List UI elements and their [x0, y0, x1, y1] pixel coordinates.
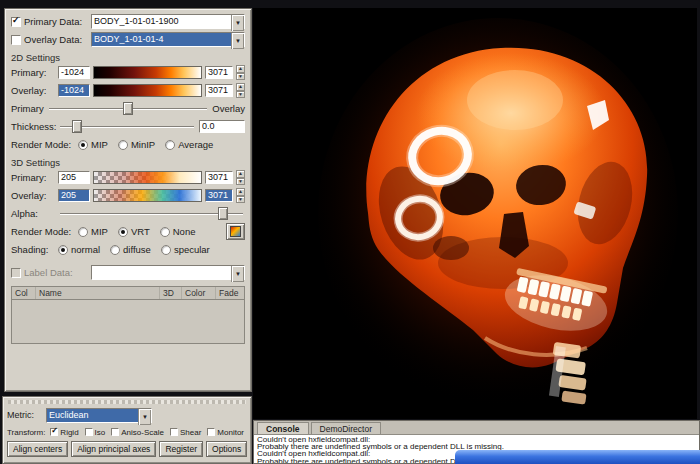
register-button[interactable]: Register — [159, 441, 203, 457]
metric-combobox[interactable]: Euclidean ▼ — [46, 408, 152, 423]
3d-render-mode-mip[interactable]: MIP — [78, 226, 108, 237]
thickness-value-field[interactable]: 0.0 — [199, 120, 245, 133]
shear-checkbox[interactable] — [170, 428, 178, 436]
spin-down-icon[interactable]: ▼ — [236, 178, 245, 186]
aniso-scale-checkbox[interactable] — [111, 428, 119, 436]
2d-render-mode-label: Render Mode: — [11, 139, 75, 150]
section-2d-settings: 2D Settings — [11, 52, 245, 63]
radio-icon — [165, 140, 175, 150]
dropdown-arrow-icon[interactable]: ▼ — [231, 33, 244, 49]
2d-render-mode-average[interactable]: Average — [165, 139, 213, 150]
radio-icon — [160, 227, 170, 237]
2d-primary-max-field[interactable]: 3071 — [205, 66, 233, 79]
dropdown-arrow-icon[interactable]: ▼ — [231, 15, 244, 31]
monitor-checkbox[interactable] — [207, 428, 215, 436]
overlay-data-value: BODY_1-01-01-4 — [92, 33, 231, 46]
3d-render-mode-label: Render Mode: — [11, 226, 75, 237]
transform-aniso-scale[interactable]: Aniso-Scale — [111, 428, 164, 437]
section-3d-settings: 3D Settings — [11, 157, 245, 168]
primary-data-combobox[interactable]: BODY_1-01-01-1900 ▼ — [91, 14, 245, 29]
2d-overlay-colormap[interactable] — [93, 84, 202, 97]
thickness-slider-thumb[interactable] — [72, 120, 82, 133]
cheek-hollow — [433, 236, 469, 260]
dropdown-arrow-icon[interactable]: ▼ — [231, 266, 244, 282]
blend-slider-thumb[interactable] — [123, 102, 133, 115]
spin-down-icon[interactable]: ▼ — [236, 196, 245, 204]
3d-primary-colormap[interactable] — [93, 171, 202, 184]
shading-normal[interactable]: normal — [58, 244, 100, 255]
transform-shear[interactable]: Shear — [170, 428, 201, 437]
dropdown-arrow-icon[interactable]: ▼ — [138, 409, 151, 425]
spin-up-icon[interactable]: ▲ — [236, 188, 245, 196]
label-data-combobox[interactable]: ▼ — [91, 265, 245, 280]
option-label: MIP — [91, 139, 108, 150]
colormap-icon — [230, 226, 241, 237]
align-principal-axes-button[interactable]: Align principal axes — [71, 441, 156, 457]
column-header-col: Col — [12, 287, 36, 299]
2d-primary-colormap[interactable] — [93, 66, 202, 79]
option-label: Monitor — [217, 428, 244, 437]
console-tabbar: Console DemoDirector — [254, 421, 699, 434]
3d-overlay-max-field[interactable]: 3071 — [205, 189, 233, 202]
label-data-checkbox[interactable] — [11, 268, 21, 278]
label-data-label: Label Data: — [24, 267, 88, 278]
3d-overlay-spinner: ▲ ▼ — [236, 188, 245, 203]
transform-rigid[interactable]: ✓ Rigid — [50, 428, 78, 437]
options-button[interactable]: Options — [206, 441, 247, 457]
alpha-label: Alpha: — [11, 208, 55, 219]
radio-icon — [118, 140, 128, 150]
2d-overlay-min-field[interactable]: -1024 — [58, 84, 90, 97]
transform-iso[interactable]: Iso — [85, 428, 106, 437]
checkmark-icon: ✓ — [12, 15, 20, 25]
tab-demodirector[interactable]: DemoDirector — [311, 422, 381, 434]
rigid-checkbox[interactable]: ✓ — [50, 428, 58, 436]
shading-diffuse[interactable]: diffuse — [110, 244, 151, 255]
option-label: VRT — [131, 226, 150, 237]
spin-down-icon[interactable]: ▼ — [236, 91, 245, 99]
label-table-body[interactable] — [11, 300, 245, 344]
2d-render-mode-minip[interactable]: MinIP — [118, 139, 155, 150]
shading-specular[interactable]: specular — [161, 244, 210, 255]
tab-console[interactable]: Console — [257, 422, 309, 434]
spin-up-icon[interactable]: ▲ — [236, 65, 245, 73]
spin-up-icon[interactable]: ▲ — [236, 170, 245, 178]
radio-icon — [110, 245, 120, 255]
3d-viewport[interactable] — [253, 8, 697, 419]
spin-down-icon[interactable]: ▼ — [236, 73, 245, 81]
overlay-data-combobox[interactable]: BODY_1-01-01-4 ▼ — [91, 32, 245, 47]
3d-overlay-colormap[interactable] — [93, 189, 202, 202]
primary-data-value: BODY_1-01-01-1900 — [92, 15, 231, 28]
colormap-editor-button[interactable] — [226, 223, 245, 240]
2d-overlay-max-field[interactable]: 3071 — [205, 84, 233, 97]
3d-render-mode-none[interactable]: None — [160, 226, 196, 237]
3d-primary-min-field[interactable]: 205 — [58, 171, 90, 184]
background-window-titlebar — [455, 450, 700, 464]
checkmark-icon: ✓ — [51, 426, 58, 435]
3d-primary-max-field[interactable]: 3071 — [205, 171, 233, 184]
column-header-color: Color — [182, 287, 216, 299]
option-label: Shear — [180, 428, 201, 437]
3d-primary-label: Primary: — [11, 172, 55, 183]
alpha-slider-thumb[interactable] — [218, 207, 228, 220]
panel-grip[interactable] — [8, 400, 246, 404]
row-2d-render-mode: Render Mode: MIP MinIP Average — [11, 136, 245, 153]
row-2d-primary-lut: Primary: -1024 3071 ▲ ▼ — [11, 64, 245, 81]
overlay-data-checkbox[interactable] — [11, 35, 21, 45]
3d-render-mode-vrt[interactable]: VRT — [118, 226, 150, 237]
3d-overlay-min-field[interactable]: 205 — [58, 189, 90, 202]
primary-data-checkbox[interactable]: ✓ — [11, 17, 21, 27]
2d-primary-spinner: ▲ ▼ — [236, 65, 245, 80]
2d-primary-min-field[interactable]: -1024 — [58, 66, 90, 79]
align-centers-button[interactable]: Align centers — [7, 441, 68, 457]
option-label: Aniso-Scale — [121, 428, 164, 437]
spin-up-icon[interactable]: ▲ — [236, 83, 245, 91]
metric-label: Metric: — [7, 410, 43, 420]
thickness-label: Thickness: — [11, 121, 55, 132]
transform-monitor[interactable]: Monitor — [207, 428, 244, 437]
2d-render-mode-mip[interactable]: MIP — [78, 139, 108, 150]
alpha-slider-track[interactable] — [60, 213, 243, 215]
option-label: Rigid — [60, 428, 78, 437]
iso-checkbox[interactable] — [85, 428, 93, 436]
row-label-data: Label Data: ▼ — [11, 264, 245, 281]
2d-primary-label: Primary: — [11, 67, 55, 78]
